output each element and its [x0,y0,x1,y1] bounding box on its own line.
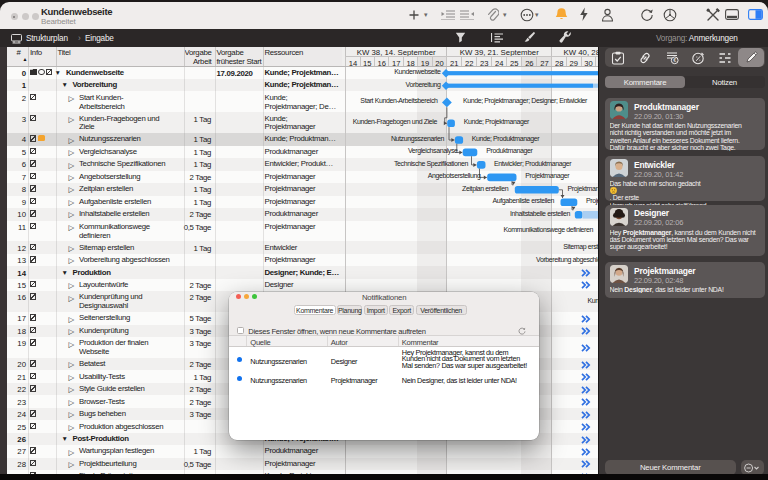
svg-text:€: € [673,57,676,63]
